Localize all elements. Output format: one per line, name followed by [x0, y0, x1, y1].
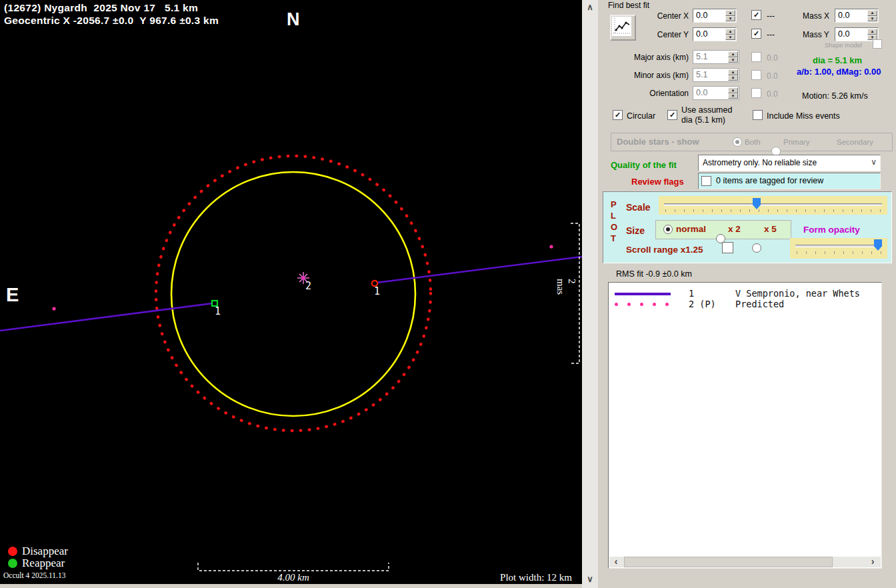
review-flags-checkbox[interactable] — [701, 176, 711, 186]
center-y-spin-up[interactable]: ▲ — [725, 29, 735, 35]
size-normal-radio[interactable] — [663, 225, 673, 234]
find-best-fit-button[interactable] — [610, 15, 636, 41]
size-label: Size — [626, 225, 645, 236]
orientation-spin-down[interactable]: ▼ — [728, 93, 738, 99]
review-flags-text: 0 items are tagged for review — [716, 176, 823, 185]
occultation-plot[interactable]: (12672) Nygardh 2025 Nov 17 5.1 km Geoce… — [0, 0, 582, 584]
scroll-left-icon[interactable]: ‹ — [611, 557, 621, 566]
predicted-outline-circle — [156, 156, 431, 431]
scrollbar-down-icon[interactable]: ∨ — [582, 575, 598, 583]
version-label: Occult 4 2025.11.13 — [3, 571, 65, 579]
center-x-checkbox[interactable]: ✓ — [751, 10, 761, 20]
circular-checkbox[interactable]: ✓ — [613, 110, 623, 120]
rms-fit-label: RMS fit -0.9 ±0.0 km — [616, 269, 692, 279]
double-stars-group: Double stars - show Both Primary Seconda… — [611, 133, 893, 151]
center-y-spin-down[interactable]: ▼ — [725, 35, 735, 41]
minor-axis-field[interactable]: 5.1 ▲▼ — [693, 68, 739, 82]
use-assumed-checkbox[interactable]: ✓ — [667, 110, 677, 120]
circular-label: Circular — [627, 111, 655, 121]
plot-canvas — [0, 0, 582, 584]
center-y-dashes: --- — [767, 30, 775, 39]
plot-title-line2: Geocentric X -2056.7 ±0.0 Y 967.6 ±0.3 k… — [4, 15, 219, 27]
mass-y-spin-up[interactable]: ▲ — [867, 29, 877, 35]
center-y-checkbox[interactable]: ✓ — [751, 29, 761, 39]
center-x-spin-down[interactable]: ▼ — [725, 16, 735, 22]
chord2-label: 2 — [305, 280, 311, 292]
review-flags-field: 0 items are tagged for review — [698, 173, 881, 189]
orientation-field[interactable]: 0.0 ▲▼ — [693, 86, 739, 100]
size-x2-label: x 2 — [728, 224, 741, 234]
quality-label: Quality of the fit — [611, 160, 677, 170]
predicted-center-dot — [302, 277, 305, 280]
include-miss-label: Include Miss events — [767, 111, 840, 121]
list-item-num: 2 (P) — [689, 299, 716, 309]
double-stars-primary-label: Primary — [783, 138, 810, 146]
double-stars-title: Double stars - show — [617, 137, 699, 147]
ab-dmag-label: a/b: 1.00, dMag: 0.00 — [797, 67, 881, 77]
list-horizontal-scrollbar[interactable]: ‹ › — [609, 557, 881, 567]
double-stars-both-radio[interactable] — [733, 137, 742, 147]
major-axis-checkbox[interactable] — [751, 52, 761, 62]
plot-title-line1: (12672) Nygardh 2025 Nov 17 5.1 km — [4, 2, 198, 14]
center-x-label: Center X — [654, 11, 689, 21]
list-item-name: Predicted — [735, 299, 784, 309]
plot-letter-l: L — [611, 211, 616, 221]
plot-controls-panel: P L O T Scale Size normal x 2 x 5 Form o… — [603, 191, 892, 263]
minor-axis-spin-down[interactable]: ▼ — [728, 75, 738, 81]
center-y-field[interactable]: 0.0 ▲▼ — [693, 27, 737, 41]
minor-axis-spin-up[interactable]: ▲ — [728, 69, 738, 75]
predicted-chord-swatch — [615, 303, 669, 306]
east-label: E — [6, 284, 19, 306]
combo-dropdown-icon[interactable]: ∨ — [871, 157, 877, 167]
shape-model-checkbox[interactable] — [873, 39, 882, 49]
scale-slider[interactable] — [659, 196, 887, 215]
quality-combobox[interactable]: Astrometry only. No reliable size ∨ — [698, 155, 881, 171]
motion-label: Motion: 5.26 km/s — [802, 91, 868, 101]
list-scrollbar-thumb[interactable] — [624, 557, 833, 567]
scroll-right-icon[interactable]: › — [867, 557, 878, 566]
scroll-range-label: Scroll range x1.25 — [626, 245, 703, 255]
major-axis-label: Major axis (km) — [625, 53, 689, 62]
center-x-spin-up[interactable]: ▲ — [725, 10, 735, 16]
predicted-point-east — [549, 245, 553, 248]
include-miss-checkbox[interactable] — [753, 110, 763, 120]
size-x5-label: x 5 — [764, 224, 777, 234]
form-opacity-label: Form opacity — [803, 225, 860, 235]
legend-disappear-label: Disappear — [22, 545, 68, 558]
quality-value: Astrometry only. No reliable size — [703, 158, 817, 167]
chord-listbox[interactable]: 1 V Sempronio, near Whets 2 (P) Predicte… — [608, 282, 882, 569]
mass-x-spin-down[interactable]: ▼ — [867, 16, 877, 22]
orientation-checkbox[interactable] — [751, 88, 761, 98]
reappear-legend-dot — [8, 559, 17, 568]
major-axis-spin-up[interactable]: ▲ — [728, 51, 738, 57]
form-opacity-slider-thumb[interactable] — [874, 239, 882, 251]
fit-control-panel: Find best fit Center X 0.0 ▲▼ ✓ --- Mass… — [598, 0, 896, 588]
legend-reappear-label: Reappear — [22, 557, 65, 570]
scale-slider-thumb[interactable] — [753, 198, 761, 209]
minor-axis-aux: 0.0 — [767, 71, 778, 81]
north-label: N — [287, 9, 300, 30]
plot-width-label: Plot width: 12 km — [467, 572, 572, 583]
predicted-point-west — [52, 307, 55, 310]
find-best-fit-label: Find best fit — [608, 1, 649, 10]
observed-chord-swatch — [615, 293, 671, 295]
use-assumed-label: Use assumed dia (5.1 km) — [681, 105, 732, 125]
scrollbar-up-icon[interactable]: ∧ — [582, 3, 598, 11]
size-radio-group: normal x 2 x 5 — [655, 220, 791, 239]
plot-letter-o: O — [611, 222, 617, 232]
double-stars-secondary-label: Secondary — [837, 138, 873, 146]
center-x-field[interactable]: 0.0 ▲▼ — [693, 9, 737, 23]
form-opacity-slider[interactable] — [790, 238, 887, 259]
major-axis-spin-down[interactable]: ▼ — [728, 57, 738, 63]
mass-x-spin-up[interactable]: ▲ — [867, 10, 877, 16]
plot-vertical-scrollbar[interactable]: ∧ ∨ — [582, 0, 598, 588]
minor-axis-checkbox[interactable] — [751, 70, 761, 80]
major-axis-field[interactable]: 5.1 ▲▼ — [693, 50, 739, 64]
center-x-dashes: --- — [767, 11, 775, 21]
mass-x-field[interactable]: 0.0 ▲▼ — [835, 9, 879, 23]
scroll-range-checkbox[interactable] — [722, 242, 733, 253]
size-x5-radio[interactable] — [752, 243, 761, 253]
major-axis-aux: 0.0 — [767, 53, 778, 63]
orientation-spin-up[interactable]: ▲ — [728, 87, 738, 93]
list-item-predicted[interactable]: 2 (P) Predicted — [609, 297, 881, 309]
